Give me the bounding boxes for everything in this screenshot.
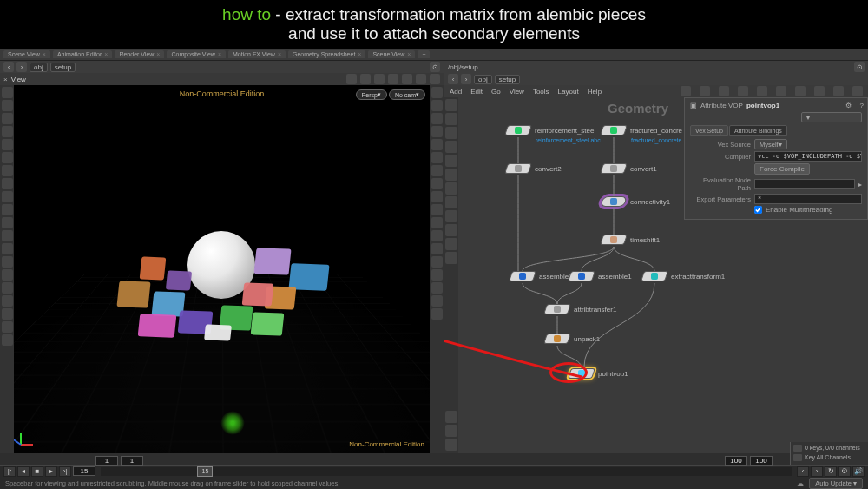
shelf-tool[interactable] [2,217,13,228]
shelf-tool[interactable] [2,165,13,176]
net-tool[interactable] [445,127,457,139]
display-option[interactable] [431,139,443,150]
shelf-tool[interactable] [2,191,13,202]
net-tool[interactable] [445,210,457,222]
timeline-slider[interactable]: 15 [101,467,792,476]
node-attribtransfer1[interactable]: attribtransfer1 [545,304,616,314]
goto-start-button[interactable]: |‹ [3,466,16,477]
play-rev-button[interactable]: ◂ [17,466,30,477]
shelf-tool[interactable] [2,113,13,124]
net-fwd-icon[interactable]: › [461,74,471,84]
range-end[interactable]: 100 [750,456,773,466]
menu-tools[interactable]: Tools [533,88,549,96]
net-tool[interactable] [445,113,457,125]
viewport-3d[interactable]: Non-Commercial Edition Persp ▾ No cam ▾ [14,85,430,453]
select-vex-source[interactable]: Myself ▾ [754,139,787,149]
shelf-tool[interactable] [2,126,13,137]
shelf-tool[interactable] [2,87,13,98]
menu-edit[interactable]: Edit [470,88,483,96]
vt-btn6[interactable] [416,74,426,84]
param-node-name[interactable]: pointvop1 [746,102,779,109]
display-option[interactable] [431,100,443,111]
display-option[interactable] [431,269,443,281]
vt-btn5[interactable] [402,74,412,84]
shelf-tool[interactable] [2,334,13,346]
checkbox-multithread[interactable] [754,206,762,214]
pane-tab[interactable]: Animation Editor× [53,50,112,58]
net-tool[interactable] [445,99,457,111]
display-option[interactable] [431,295,443,307]
pin-icon-2[interactable]: ⊙ [854,62,865,72]
kf-btn2[interactable] [793,454,802,461]
pin-icon[interactable]: ⊙ [430,62,440,72]
shelf-tool[interactable] [2,321,13,333]
step-next-button[interactable]: › [811,466,823,477]
shelf-tool[interactable] [2,139,13,150]
menu-go[interactable]: Go [491,88,501,96]
shelf-tool[interactable] [2,230,13,241]
net-tool-bottom[interactable] [445,439,457,451]
display-option[interactable] [431,256,443,268]
node-fractured_concre[interactable]: fractured_concrefractured_concrete [602,125,682,135]
step-prev-button[interactable]: ‹ [797,466,809,477]
pane-tab[interactable]: Motion FX View× [228,50,286,58]
cam-menu[interactable]: No cam ▾ [389,89,425,100]
display-option[interactable] [431,113,443,124]
range-start[interactable]: 1 [95,456,118,466]
loop-icon[interactable]: ↻ [825,466,837,477]
shelf-tool[interactable] [2,204,13,215]
shelf-tool[interactable] [2,295,13,307]
net-crumb-obj[interactable]: obj [474,75,492,84]
net-crumb-setup[interactable]: setup [495,75,521,84]
node-extracttransform1[interactable]: extracttransform1 [642,271,725,281]
net-icon-2[interactable] [700,86,710,96]
shelf-tool[interactable] [2,256,13,268]
net-icon-1[interactable] [681,86,691,96]
display-option[interactable] [431,87,443,98]
pane-tab[interactable]: Render View× [115,50,164,58]
net-icon-6[interactable] [776,86,786,96]
auto-update-menu[interactable]: Auto Update ▾ [809,478,863,489]
help-icon-2[interactable]: ? [860,102,864,109]
tab-vex-setup[interactable]: Vex Setup [690,125,728,136]
close-icon[interactable]: × [3,76,8,83]
node-connectivity1[interactable]: connectivity1 [602,196,670,207]
display-option[interactable] [431,230,443,241]
vt-btn7[interactable] [430,74,440,84]
vt-btn1[interactable] [346,74,357,84]
node-assemble1[interactable]: assemble1 [569,271,632,281]
net-icon-8[interactable] [814,86,825,96]
display-option[interactable] [431,308,443,320]
display-option[interactable] [431,204,443,215]
timeline-marker[interactable]: 15 [197,466,213,477]
vt-btn4[interactable] [388,74,398,84]
vt-btn2[interactable] [360,74,371,84]
node-reinforcement_steel[interactable]: reinforcement_steelreinforcement_steel.a… [506,125,595,135]
persp-menu[interactable]: Persp ▾ [356,89,387,100]
shelf-tool[interactable] [2,178,13,189]
shelf-tool[interactable] [2,269,13,281]
display-option[interactable] [431,243,443,254]
audio-icon[interactable]: 🔊 [852,466,865,477]
kf-keyall[interactable]: Key All Channels [805,454,851,460]
shelf-tool[interactable] [2,243,13,254]
add-tab-button[interactable]: + [418,50,430,58]
display-option[interactable] [431,165,443,176]
node-timeshift1[interactable]: timeshift1 [602,235,660,245]
kf-btn1[interactable] [793,445,802,452]
net-icon-5[interactable] [757,86,767,96]
net-icon-7[interactable] [795,86,806,96]
pane-tab[interactable]: Scene View× [3,50,50,58]
net-tool[interactable] [445,169,457,181]
shelf-tool[interactable] [2,308,13,320]
menu-layout[interactable]: Layout [558,88,579,96]
net-tool[interactable] [445,196,457,208]
op-picker-icon[interactable]: ▸ [858,181,862,188]
help-icon[interactable] [833,86,844,96]
param-subtype[interactable]: ▾ [801,112,862,122]
display-option[interactable] [431,126,443,137]
net-icon-4[interactable] [738,86,748,96]
input-compiler[interactable]: vcc -q $VOP_INCLUDEPATH -o $VOP_OBJE [754,151,862,162]
net-tool[interactable] [445,182,457,195]
play-fwd-button[interactable]: ▸ [45,466,57,477]
